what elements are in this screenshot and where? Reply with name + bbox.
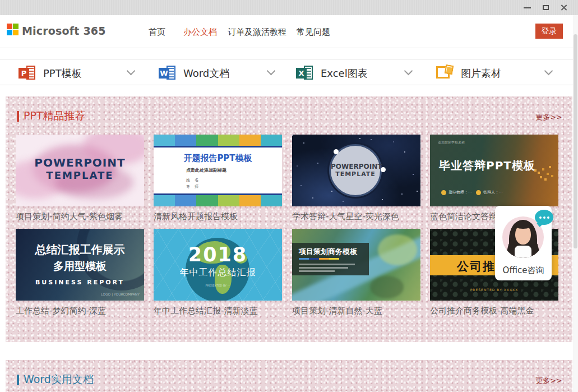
- template-thumbnail[interactable]: POWERPOINT TEMPLATE: [292, 135, 420, 206]
- template-card-2018-summary[interactable]: 2018 年中工作总结汇报 PRESENTED BY ··· 年中工作总结汇报-…: [154, 229, 282, 316]
- chevron-down-icon: [267, 67, 276, 76]
- category-bar: P PPT模板 W Word文档 X Excel图表 图片素材: [0, 59, 578, 85]
- section-accent-bar: [17, 375, 19, 385]
- art-note: 添加您的学校名称: [438, 140, 465, 145]
- chevron-down-icon: [127, 67, 136, 76]
- art-title: 开题报告PPT模板: [154, 153, 282, 164]
- nav-home[interactable]: 首页: [149, 27, 165, 38]
- art-title: 项目策划商务模板: [299, 247, 357, 257]
- chevron-down-icon: [544, 67, 553, 76]
- template-card-starry-sky[interactable]: POWERPOINT TEMPLATE 学术答辩-大气星空-荧光深色: [292, 135, 420, 222]
- template-card-business-report[interactable]: 总结汇报工作展示 多用型模板 BUSINESS REPORT LOGO | YO…: [16, 229, 144, 316]
- nav-office-docs[interactable]: 办公文档: [183, 27, 217, 38]
- excel-icon: X: [296, 64, 313, 81]
- template-thumbnail[interactable]: 项目策划商务模板: [292, 229, 420, 301]
- template-caption[interactable]: 清新风格开题报告模板: [154, 211, 282, 222]
- template-caption[interactable]: 项目策划-简约大气-紫色烟雾: [16, 211, 144, 222]
- word-icon: W: [159, 64, 175, 81]
- template-caption[interactable]: 项目策划-清新自然-天蓝: [292, 306, 420, 316]
- category-label: 图片素材: [461, 67, 501, 80]
- close-button[interactable]: [554, 0, 573, 15]
- site-header: Microsoft 365 首页 办公文档 订单及激活教程 常见问题 登录: [0, 15, 578, 48]
- nav-faq[interactable]: 常见问题: [297, 27, 330, 38]
- word-more-link[interactable]: 更多>>: [535, 376, 562, 386]
- template-card-nature-business[interactable]: 项目策划商务模板 项目策划-清新自然-天蓝: [292, 229, 420, 316]
- category-label: Excel图表: [321, 67, 368, 80]
- category-excel[interactable]: X Excel图表: [296, 59, 414, 86]
- template-thumbnail[interactable]: POWERPOINT TEMPLATE: [16, 135, 144, 206]
- brand-title: Microsoft 365: [22, 25, 106, 37]
- window-titlebar: [0, 0, 578, 15]
- category-images[interactable]: 图片素材: [436, 59, 554, 86]
- template-thumbnail[interactable]: 总结汇报工作展示 多用型模板 BUSINESS REPORT LOGO | YO…: [16, 229, 144, 301]
- category-ppt[interactable]: P PPT模板: [19, 59, 136, 86]
- section-title: Word实用文档: [24, 372, 94, 387]
- art-badge: 答辩人：···: [483, 190, 503, 195]
- close-icon: [560, 4, 567, 11]
- art-field: 姓 名: [186, 177, 200, 183]
- ppt-more-link[interactable]: 更多>>: [535, 112, 562, 122]
- minimize-button[interactable]: [517, 0, 537, 15]
- template-caption[interactable]: 工作总结-梦幻简约-深蓝: [16, 306, 144, 316]
- chevron-down-icon: [404, 67, 413, 76]
- template-caption[interactable]: 学术答辩-大气星空-荧光深色: [292, 211, 420, 222]
- word-section: Word实用文档 更多>>: [6, 360, 572, 392]
- section-accent-bar: [17, 111, 19, 122]
- template-thumbnail[interactable]: 添加您的学校名称 毕业答辩PPT模板 指导教师：··· 答辩人：···: [430, 135, 558, 206]
- art-line: TEMPLATE: [331, 170, 380, 178]
- art-line: POWERPOINT: [331, 163, 380, 170]
- word-section-header: Word实用文档: [17, 372, 94, 387]
- maximize-button[interactable]: [536, 0, 555, 15]
- picture-icon: [436, 65, 453, 81]
- vertical-scrollbar[interactable]: [573, 15, 578, 392]
- art-footer: PRESENTED BY XXXXX: [430, 288, 558, 292]
- art-line: TEMPLATE: [16, 169, 144, 181]
- ppt-section-header: PPT精品推荐: [17, 109, 86, 123]
- scrollbar-thumb[interactable]: [574, 34, 577, 248]
- art-title: 毕业答辩PPT模板: [439, 158, 535, 173]
- template-thumbnail[interactable]: 2018 年中工作总结汇报 PRESENTED BY ···: [154, 229, 282, 301]
- category-word[interactable]: W Word文档: [159, 59, 276, 86]
- art-title: 年中工作总结汇报: [154, 267, 282, 279]
- chat-widget[interactable]: Office咨询: [495, 206, 552, 280]
- template-card-opening-report[interactable]: 开题报告PPT模板 点击此处添加副标题 姓 名 导 师 清新风格开题报告模板: [154, 135, 282, 222]
- category-label: Word文档: [183, 67, 229, 80]
- art-year: 2018: [154, 243, 282, 266]
- art-badge: 指导教师：···: [448, 190, 472, 195]
- template-caption[interactable]: 公司推介商务模板-高端黑金: [430, 306, 558, 316]
- template-caption[interactable]: 年中工作总结汇报-清新淡蓝: [154, 306, 282, 316]
- maximize-icon: [543, 5, 549, 10]
- art-subtitle: 点击此处添加副标题: [186, 167, 226, 173]
- art-line: BUSINESS REPORT: [16, 279, 144, 286]
- minimize-icon: [524, 7, 531, 8]
- nav-order-activation[interactable]: 订单及激活教程: [228, 27, 286, 38]
- section-title: PPT精品推荐: [24, 109, 86, 123]
- art-footer: LOGO | YOURCOMPANY: [101, 292, 140, 296]
- ppt-section: PPT精品推荐 更多>> POWERPOINT TEMPLATE 项目策划-简约…: [6, 96, 572, 342]
- art-line: 总结汇报工作展示: [16, 242, 144, 257]
- microsoft-logo: [7, 24, 19, 35]
- art-line: 多用型模板: [16, 259, 144, 274]
- login-button[interactable]: 登录: [535, 24, 563, 39]
- chat-bubble-icon[interactable]: [535, 210, 553, 225]
- art-field: 导 师: [186, 184, 200, 190]
- powerpoint-icon: P: [19, 64, 35, 81]
- category-label: PPT模板: [43, 67, 82, 80]
- chat-widget-label: Office咨询: [495, 265, 552, 276]
- template-card-purple-smoke[interactable]: POWERPOINT TEMPLATE 项目策划-简约大气-紫色烟雾: [16, 135, 144, 222]
- template-thumbnail[interactable]: 开题报告PPT模板 点击此处添加副标题 姓 名 导 师: [154, 135, 282, 206]
- art-line: POWERPOINT: [16, 156, 144, 169]
- art-footer: PRESENTED BY ···: [154, 284, 282, 287]
